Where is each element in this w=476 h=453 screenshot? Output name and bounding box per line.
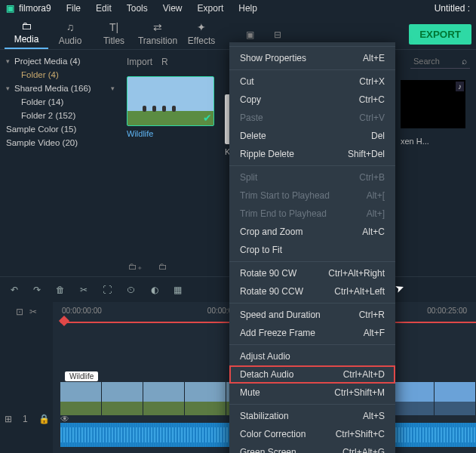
ctx-shortcut: Ctrl+Shift+M — [334, 387, 385, 398]
ctx-crop-and-zoom[interactable]: Crop and ZoomAlt+C — [229, 223, 395, 241]
cut-icon[interactable]: ✂ — [80, 285, 88, 295]
remove-folder-icon[interactable]: 🗀 — [158, 261, 167, 272]
ctx-separator — [229, 344, 395, 345]
ctx-label: Add Freeze Frame — [240, 328, 315, 338]
ctx-green-screen[interactable]: Green ScreenCtrl+Alt+G — [229, 443, 395, 453]
ctx-label: Trim End to Playhead — [240, 208, 327, 219]
new-folder-icon[interactable]: 🗀₊ — [128, 261, 142, 272]
ctx-detach-audio[interactable]: Detach AudioCtrl+Alt+D — [229, 365, 395, 384]
ctx-label: Detach Audio — [240, 369, 293, 380]
ctx-separator — [229, 165, 395, 166]
title-bar: ▣ filmora9 File Edit Tools View Export H… — [0, 0, 476, 17]
tab-label: Audio — [59, 35, 82, 46]
crop-icon[interactable]: ⛶ — [103, 285, 112, 295]
thumb-label: xen H... — [401, 137, 476, 146]
tree-folder-2[interactable]: Folder 2 (152) — [0, 109, 121, 122]
thumbnail: ✔ — [127, 76, 214, 126]
color-icon[interactable]: ◐ — [151, 285, 158, 295]
tab-label: Transition — [138, 35, 177, 46]
delete-icon[interactable]: 🗑 — [56, 285, 65, 295]
search-field[interactable]: ⌕ — [410, 54, 470, 69]
ctx-shortcut: Ctrl+Alt+Left — [334, 286, 385, 297]
tree-project-media[interactable]: Project Media (4) — [0, 54, 121, 68]
speed-icon[interactable]: ⏲ — [127, 285, 136, 295]
import-button[interactable]: Import — [127, 57, 152, 67]
ctx-label: Speed and Duration — [240, 310, 321, 320]
ctx-copy[interactable]: CopyCtrl+C — [229, 91, 395, 109]
menu-view[interactable]: View — [155, 3, 190, 14]
undo-icon[interactable]: ↶ — [11, 285, 18, 295]
ctx-shortcut: Ctrl+Alt+D — [343, 369, 385, 380]
redo-icon[interactable]: ↷ — [33, 285, 41, 295]
ctx-shortcut: Ctrl+Shift+C — [336, 429, 385, 439]
menu-help[interactable]: Help — [231, 3, 265, 14]
tab-audio[interactable]: ♫ Audio — [48, 21, 92, 49]
ctx-show-properties[interactable]: Show PropertiesAlt+E — [229, 49, 395, 67]
magnet-icon[interactable]: ⊡ — [16, 307, 23, 317]
ctx-rotate-90-ccw[interactable]: Rotate 90 CCWCtrl+Alt+Left — [229, 282, 395, 300]
ctx-label: Trim Start to Playhead — [240, 190, 330, 201]
music-icon: ♫ — [66, 21, 75, 33]
ctx-separator — [229, 46, 395, 47]
ctx-delete[interactable]: DeleteDel — [229, 127, 395, 145]
tree-sample-video[interactable]: Sample Video (20) — [0, 136, 121, 149]
tab-media[interactable]: 🗀 Media — [5, 20, 48, 49]
ctx-shortcut: Ctrl+Alt+G — [342, 447, 385, 453]
ctx-label: Cut — [240, 76, 254, 87]
ctx-shortcut: Alt+E — [363, 53, 385, 63]
app-logo-icon: ▣ — [6, 3, 14, 14]
layout-icon[interactable]: ⊟ — [274, 29, 281, 40]
ctx-speed-and-duration[interactable]: Speed and DurationCtrl+R — [229, 306, 395, 324]
tree-sample-color[interactable]: Sample Color (15) — [0, 122, 121, 136]
ctx-cut[interactable]: CutCtrl+X — [229, 72, 395, 91]
picture-icon[interactable]: ▣ — [246, 29, 254, 40]
timeline-left-panel: ⊡ ✂ — [0, 302, 53, 453]
ctx-shortcut: Alt+] — [367, 208, 385, 219]
tab-titles[interactable]: T| Titles — [92, 21, 136, 49]
lock-icon[interactable]: 🔒 — [38, 414, 50, 424]
media-item-hidden[interactable]: ♪ — [401, 80, 465, 128]
ctx-shortcut: Alt+S — [363, 411, 385, 421]
tree-shared-media[interactable]: Shared Media (166)▾ — [0, 82, 121, 95]
tree-folder[interactable]: Folder (4) — [0, 68, 121, 82]
tab-label: Effects — [188, 35, 215, 46]
folder-icon: 🗀 — [21, 20, 32, 32]
menu-tools[interactable]: Tools — [119, 3, 155, 14]
context-menu: Show PropertiesAlt+ECutCtrl+XCopyCtrl+CP… — [229, 42, 395, 453]
search-input[interactable] — [413, 57, 459, 66]
ctx-adjust-audio[interactable]: Adjust Audio — [229, 347, 395, 365]
ctx-color-correction[interactable]: Color CorrectionCtrl+Shift+C — [229, 425, 395, 443]
ctx-label: Color Correction — [240, 429, 306, 439]
ctx-stabilization[interactable]: StabilizationAlt+S — [229, 407, 395, 425]
track-number: 1 — [23, 414, 28, 424]
menu-export[interactable]: Export — [190, 3, 232, 14]
ctx-shortcut: Ctrl+Alt+Right — [328, 268, 385, 279]
menu-file[interactable]: File — [59, 3, 88, 14]
tab-transition[interactable]: ⇄ Transition — [136, 21, 180, 49]
track-id-icon[interactable]: ⊞ — [5, 414, 12, 424]
ctx-crop-to-fit[interactable]: Crop to Fit — [229, 241, 395, 259]
green-screen-icon[interactable]: ▦ — [174, 285, 182, 295]
sparkle-icon: ✦ — [197, 21, 206, 33]
menu-edit[interactable]: Edit — [88, 3, 119, 14]
ctx-ripple-delete[interactable]: Ripple DeleteShift+Del — [229, 145, 395, 163]
cut-tool-icon[interactable]: ✂ — [29, 307, 37, 317]
ctx-shortcut: Ctrl+V — [359, 112, 385, 123]
tab-effects[interactable]: ✦ Effects — [180, 21, 223, 49]
ctx-add-freeze-frame[interactable]: Add Freeze FrameAlt+F — [229, 324, 395, 342]
ctx-trim-start-to-playhead: Trim Start to PlayheadAlt+[ — [229, 186, 395, 205]
ctx-label: Rotate 90 CW — [240, 268, 296, 279]
ctx-mute[interactable]: MuteCtrl+Shift+M — [229, 384, 395, 402]
ctx-label: Mute — [240, 387, 260, 398]
ctx-rotate-90-cw[interactable]: Rotate 90 CWCtrl+Alt+Right — [229, 264, 395, 282]
ctx-shortcut: Ctrl+X — [359, 76, 385, 87]
tree-folder-14[interactable]: Folder (14) — [0, 95, 121, 109]
export-button[interactable]: EXPORT — [409, 24, 471, 45]
r-button[interactable]: R — [161, 57, 168, 67]
chevron-down-icon: ▾ — [111, 85, 115, 92]
ctx-label: Stabilization — [240, 411, 289, 421]
ctx-shortcut: Ctrl+C — [359, 94, 385, 105]
audio-badge-icon: ♪ — [456, 82, 464, 91]
media-item-wildlife[interactable]: ✔ Wildlife — [127, 76, 214, 156]
clip-label: Wildlife — [65, 371, 98, 381]
